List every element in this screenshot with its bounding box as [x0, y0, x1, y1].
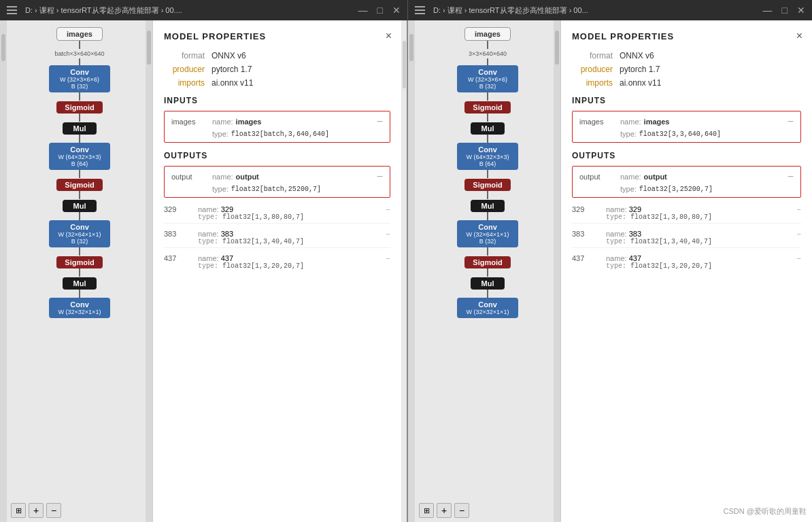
left-window: images batch×3×640×640 Conv W (32×3×6×6)…: [0, 20, 408, 522]
left-output-card-output: output name: output − type: float32[batc…: [164, 166, 390, 198]
right-input-images-id: images: [579, 118, 620, 126]
left-inputs-title: INPUTS: [164, 96, 390, 105]
right-edge-label-1: 3×3×640×640: [422, 50, 554, 57]
left-minimize-button[interactable]: —: [358, 5, 368, 16]
right-zoom-fit-button[interactable]: ⊞: [419, 503, 434, 518]
left-props-close-button[interactable]: ×: [386, 30, 392, 42]
right-input-images-name-val: images: [644, 118, 670, 126]
left-hamburger-icon[interactable]: [7, 6, 17, 14]
right-minimize-button[interactable]: —: [763, 5, 773, 16]
left-format-row: format ONNX v6: [164, 51, 390, 60]
left-input-images-dash: −: [377, 116, 383, 128]
left-output-dash: −: [377, 171, 383, 183]
right-output-437-name: 437: [629, 254, 641, 262]
right-output-383-dash: −: [797, 230, 801, 238]
right-node-conv1[interactable]: Conv W (32×3×6×6) B (32): [457, 65, 518, 92]
left-output-437-dash: −: [386, 254, 390, 262]
left-node-conv1[interactable]: Conv W (32×3×6×6) B (32): [49, 65, 110, 92]
right-output-card-output: output name: output − type: float32[3,25…: [572, 166, 801, 198]
right-window: images 3×3×640×640 Conv W (32×3×6×6) B (…: [408, 20, 812, 522]
left-close-button[interactable]: ✕: [392, 5, 401, 16]
left-props-panel: MODEL PROPERTIES × format ONNX v6 produc…: [153, 20, 401, 522]
right-producer-key: producer: [572, 65, 620, 74]
right-output-name-val: output: [644, 173, 667, 181]
left-zoom-in-button[interactable]: +: [29, 503, 44, 518]
left-zoom-out-button[interactable]: −: [46, 503, 61, 518]
left-node-sigmoid1[interactable]: Sigmoid: [56, 101, 102, 114]
left-edge-label-1: batch×3×640×640: [14, 50, 146, 57]
right-imports-key: imports: [572, 78, 620, 88]
right-node-conv2[interactable]: Conv W (64×32×3×3) B (64): [457, 143, 518, 170]
right-close-button[interactable]: ✕: [797, 5, 805, 16]
left-format-key: format: [164, 51, 212, 60]
right-inputs-title: INPUTS: [572, 96, 801, 105]
left-node-sigmoid3[interactable]: Sigmoid: [56, 256, 102, 268]
right-zoom-in-button[interactable]: +: [437, 503, 452, 518]
right-format-row: format ONNX v6: [572, 51, 801, 60]
right-node-mul2[interactable]: Mul: [471, 200, 505, 212]
right-output-329-dash: −: [797, 205, 801, 213]
left-format-val: ONNX v6: [212, 51, 246, 60]
left-node-conv4[interactable]: Conv W (32×32×1×1): [49, 298, 110, 318]
right-node-images[interactable]: images: [464, 27, 511, 41]
right-node-conv4[interactable]: Conv W (32×32×1×1): [457, 298, 518, 318]
right-graph-area: images 3×3×640×640 Conv W (32×3×6×6) B (…: [415, 20, 561, 522]
right-output-list-437: 437 name: 437 type: float32[1,3,20,20,7]…: [572, 252, 801, 272]
right-graph-controls: ⊞ + −: [419, 503, 469, 518]
left-maximize-button[interactable]: □: [377, 5, 383, 16]
left-imports-key: imports: [164, 78, 212, 88]
right-topbar: D: › 课程 › tensorRT从零起步高性能部署 › 00... — □ …: [408, 0, 812, 20]
right-maximize-button[interactable]: □: [782, 5, 788, 16]
left-producer-val: pytorch 1.7: [212, 65, 252, 74]
left-output-437-name: 437: [221, 254, 233, 262]
left-node-mul2[interactable]: Mul: [63, 200, 97, 212]
right-node-mul3[interactable]: Mul: [471, 277, 505, 290]
right-input-images-type-label: type:: [620, 130, 637, 138]
left-outer-scrollbar[interactable]: [0, 20, 7, 522]
right-node-conv3[interactable]: Conv W (32×64×1×1) B (32): [457, 220, 518, 247]
left-imports-val: ai.onnx v11: [212, 78, 253, 88]
right-graph-scrollbar[interactable]: [554, 20, 560, 522]
right-node-sigmoid3[interactable]: Sigmoid: [464, 256, 510, 268]
right-format-val: ONNX v6: [620, 51, 654, 60]
left-input-images-type-label: type:: [212, 130, 229, 138]
left-breadcrumb-path: D: › 课程 › tensorRT从零起步高性能部署 › 00....: [25, 5, 182, 16]
right-input-images-type-val: float32[3,3,640,640]: [639, 130, 721, 138]
left-zoom-fit-button[interactable]: ⊞: [11, 503, 26, 518]
left-output-383-name: 383: [221, 230, 233, 238]
left-node-mul3[interactable]: Mul: [63, 277, 97, 290]
left-output-383-dash: −: [386, 230, 390, 238]
right-node-mul1[interactable]: Mul: [471, 122, 505, 135]
right-zoom-out-button[interactable]: −: [454, 503, 469, 518]
left-node-mul1[interactable]: Mul: [63, 122, 97, 135]
left-output-list-383: 383 name: 383 type: float32[1,3,40,40,7]…: [164, 228, 390, 248]
left-node-images[interactable]: images: [56, 27, 103, 41]
left-output-name-label: name:: [212, 173, 233, 181]
right-output-329-name: 329: [629, 205, 641, 213]
left-props-title: MODEL PROPERTIES: [164, 31, 390, 41]
left-node-conv3[interactable]: Conv W (32×64×1×1) B (32): [49, 220, 110, 247]
right-output-dash: −: [788, 171, 794, 183]
right-output-383-name: 383: [629, 230, 641, 238]
left-output-type-val: float32[batch,25200,7]: [231, 186, 321, 193]
right-node-sigmoid2[interactable]: Sigmoid: [464, 179, 510, 191]
right-props-title: MODEL PROPERTIES: [572, 31, 801, 41]
left-node-sigmoid2[interactable]: Sigmoid: [56, 179, 102, 191]
right-outer-scrollbar[interactable]: [408, 20, 415, 522]
right-hamburger-icon[interactable]: [415, 6, 425, 14]
watermark: CSDN @爱听歌的周童鞋: [724, 506, 807, 517]
right-output-name-label: name:: [620, 173, 641, 181]
left-output-list-437: 437 name: 437 type: float32[1,3,20,20,7]…: [164, 252, 390, 272]
left-graph-scrollbar[interactable]: [146, 20, 152, 522]
left-node-conv2[interactable]: Conv W (64×32×3×3) B (64): [49, 143, 110, 170]
right-format-key: format: [572, 51, 620, 60]
right-props-close-button[interactable]: ×: [796, 30, 802, 42]
left-props-scrollbar[interactable]: [401, 20, 407, 522]
right-producer-val: pytorch 1.7: [620, 65, 660, 74]
left-outputs-title: OUTPUTS: [164, 151, 390, 160]
right-imports-val: ai.onnx v11: [620, 78, 661, 88]
right-output-list-329: 329 name: 329 type: float32[1,3,80,80,7]…: [572, 203, 801, 224]
right-input-images-name-label: name:: [620, 118, 641, 126]
right-node-sigmoid1[interactable]: Sigmoid: [464, 101, 510, 114]
right-output-type-label: type:: [620, 185, 637, 193]
